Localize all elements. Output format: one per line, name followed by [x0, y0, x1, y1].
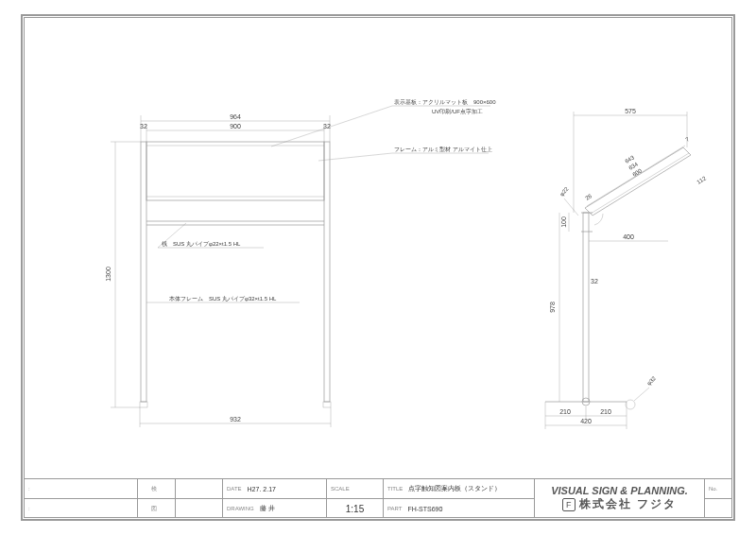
- dim-tube: 32: [591, 278, 598, 285]
- svg-rect-29: [583, 213, 589, 402]
- title-label: TITLE: [387, 486, 403, 492]
- dim-dia: φ32: [645, 375, 657, 387]
- note-panel: 表示基板：アクリルマット板 900×600: [394, 99, 496, 105]
- part-label: PART: [387, 506, 402, 511]
- note-rail: 桟 SUS 丸パイプφ22×t1.5 HL: [162, 240, 241, 247]
- dim-side-top: 575: [625, 108, 636, 114]
- date-value: H27. 2.17: [248, 486, 276, 492]
- dim-side-top-h: 100: [560, 216, 567, 228]
- front-view: 964 900 32 32 1300 932 表示基板：アクリルマット板 900…: [105, 99, 496, 427]
- company-en: VISUAL SIGN & PLANNING.: [551, 485, 688, 496]
- date-label: DATE: [227, 486, 242, 492]
- svg-line-48: [564, 198, 578, 216]
- svg-rect-2: [146, 142, 324, 200]
- drawing-value: 藤 井: [260, 504, 275, 513]
- dim-side-h: 978: [549, 302, 556, 313]
- svg-rect-8: [323, 402, 331, 407]
- dim-off-l: 210: [559, 408, 571, 415]
- title-block: : : 検 図 DATEH27. 2.17 DRAWING藤 井 SCALE 1…: [24, 478, 732, 518]
- scale-label: SCALE: [331, 486, 350, 492]
- svg-rect-0: [141, 142, 146, 402]
- dim-ang-b: 7: [684, 136, 691, 143]
- svg-line-49: [634, 388, 649, 401]
- dim-height: 1300: [105, 267, 112, 282]
- dim-ext: 400: [623, 233, 634, 240]
- dim-ang-a: 26: [584, 193, 593, 201]
- dim-panel-w: 900: [230, 123, 241, 129]
- logo-icon: F: [562, 498, 576, 511]
- svg-point-36: [626, 400, 635, 409]
- svg-line-21: [271, 106, 392, 147]
- scale-value: 1:15: [346, 504, 364, 514]
- drawing-label: DRAWING: [227, 506, 254, 511]
- note-panel2: UV印刷/UF点字加工: [432, 108, 483, 114]
- company-jp: 株式会社 フジタ: [579, 496, 677, 512]
- dim-front-width: 964: [230, 113, 241, 120]
- side-view: 575 978 100 210 210 420 400 32 φ22 φ32 6…: [545, 108, 708, 429]
- title-value: 点字触知図案内板（スタンド）: [408, 484, 501, 493]
- note-frame: フレーム：アルミ型材 アルマイト仕上: [394, 147, 492, 152]
- part-value: FH-STS690: [407, 506, 442, 512]
- dim-hole: φ22: [558, 185, 570, 197]
- svg-rect-1: [324, 142, 330, 402]
- svg-line-33: [683, 147, 691, 155]
- dim-slant-d: 112: [696, 175, 707, 185]
- drawing-area: 964 900 32 32 1300 932 表示基板：アクリルマット板 900…: [26, 19, 730, 478]
- dim-base-w: 932: [230, 416, 241, 423]
- note-body: 本体フレーム SUS 丸パイプφ32×t1.5 HL: [169, 295, 277, 302]
- svg-rect-7: [140, 402, 147, 407]
- no-label: No.: [709, 486, 717, 492]
- dim-frame-l: 32: [140, 123, 147, 129]
- dim-side-base: 420: [580, 418, 592, 424]
- dim-off-r: 210: [600, 408, 611, 415]
